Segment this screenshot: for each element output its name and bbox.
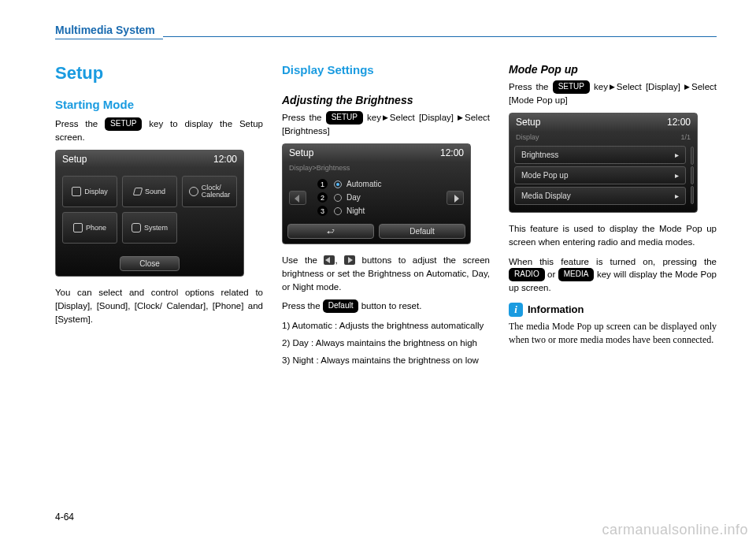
right-arrow-icon (344, 255, 355, 265)
close-button: Close (120, 256, 180, 271)
system-button: System (122, 212, 177, 244)
list-item: 1) Automatic : Adjusts the brightness au… (282, 319, 490, 332)
menu-media-display: Media Display▸ (514, 187, 686, 205)
chevron-right-icon: ▶ (684, 83, 691, 91)
heading-starting-mode: Starting Mode (55, 98, 263, 111)
section-title: Multimedia System (55, 24, 163, 39)
body-text: Press the SETUP key▶Select [Display] ▶Se… (282, 111, 490, 137)
breadcrumb: Display>Brightness (289, 164, 350, 172)
body-text: Use the , buttons to adjust the screen b… (282, 254, 490, 293)
callout-1: 1 (317, 179, 328, 189)
column-2: Display Settings Adjusting the Brightnes… (282, 63, 490, 371)
clock-button: Clock/ Calendar (182, 176, 237, 207)
setup-keycap: SETUP (326, 111, 363, 125)
phone-icon (73, 223, 83, 232)
list-item: 2) Day : Always maintains the brightness… (282, 337, 490, 349)
breadcrumb: Display (516, 133, 539, 141)
body-text: When this feature is turned on, pressing… (509, 255, 717, 295)
info-icon: i (509, 303, 523, 317)
back-button: ⮐ (287, 224, 374, 239)
display-icon (72, 187, 81, 196)
display-button: Display (62, 176, 117, 207)
page-number: 4-64 (55, 511, 74, 523)
setup-keycap: SETUP (553, 80, 590, 94)
list-item: 3) Night : Always maintains the brightne… (282, 354, 490, 366)
body-text: Press the Default button to reset. (282, 299, 490, 313)
menu-mode-popup: Mode Pop up▸ (514, 166, 686, 184)
body-text: Press the SETUP key▶Select [Display] ▶Se… (509, 80, 717, 106)
subheading-brightness: Adjusting the Brightness (282, 94, 490, 106)
chevron-right-icon: ▶ (458, 113, 465, 121)
numbered-list: 1) Automatic : Adjusts the brightness au… (282, 319, 490, 366)
body-text: Press the SETUP key to display the Setup… (55, 117, 263, 143)
watermark: carmanualsonline.info (602, 522, 748, 538)
column-3: Mode Pop up Press the SETUP key▶Select [… (509, 63, 717, 371)
clock-icon (189, 187, 198, 196)
page-header: Multimedia System (55, 24, 717, 39)
screenshot-brightness: Setup 12:00 Display>Brightness 1Automati… (282, 143, 471, 244)
subheading-mode-popup: Mode Pop up (509, 63, 717, 76)
sound-button: Sound (122, 176, 177, 207)
menu-brightness: Brightness▸ (514, 146, 686, 164)
callout-2: 2 (317, 192, 328, 203)
default-button: Default (379, 224, 465, 239)
screen-title: Setup (289, 147, 313, 158)
radio-on-icon (334, 180, 342, 188)
phone-button: Phone (62, 212, 117, 244)
scrollbar (691, 143, 697, 207)
chevron-right-icon: ▸ (675, 151, 679, 159)
page-indicator: 1/1 (680, 133, 691, 141)
media-keycap: MEDIA (558, 268, 595, 281)
radio-off-icon (334, 207, 342, 215)
header-rule (163, 36, 717, 37)
info-heading: i Information (509, 303, 717, 317)
brightness-decrease-icon (289, 191, 306, 205)
callout-3: 3 (317, 206, 328, 216)
chevron-right-icon: ▸ (675, 192, 679, 200)
brightness-increase-icon (447, 191, 464, 205)
setup-keycap: SETUP (105, 117, 142, 131)
screen-title: Setup (62, 154, 87, 165)
left-arrow-icon (324, 255, 335, 265)
chevron-right-icon: ▸ (675, 171, 679, 180)
default-keycap: Default (323, 299, 359, 313)
gear-icon (132, 223, 141, 232)
screenshot-display-menu: Setup 12:00 Display 1/1 Brightness▸ Mode… (509, 113, 698, 213)
radio-keycap: RADIO (509, 268, 545, 281)
screen-clock: 12:00 (440, 147, 464, 158)
radio-off-icon (334, 194, 342, 202)
screen-clock: 12:00 (667, 117, 691, 128)
body-text: This feature is used to display the Mode… (509, 222, 717, 248)
page-title: Setup (55, 63, 263, 84)
chevron-right-icon: ▶ (381, 113, 390, 121)
body-text: You can select and control options relat… (55, 286, 263, 325)
screen-title: Setup (516, 117, 540, 128)
screenshot-setup-home: Setup 12:00 Display Sound Clock/ Calenda… (55, 150, 244, 277)
chevron-right-icon: ▶ (608, 83, 617, 91)
screen-clock: 12:00 (213, 154, 237, 165)
sound-icon (133, 188, 143, 195)
info-text: The media Mode Pop up screen can be disp… (509, 320, 717, 347)
column-1: Setup Starting Mode Press the SETUP key … (55, 63, 263, 371)
heading-display-settings: Display Settings (282, 63, 490, 76)
